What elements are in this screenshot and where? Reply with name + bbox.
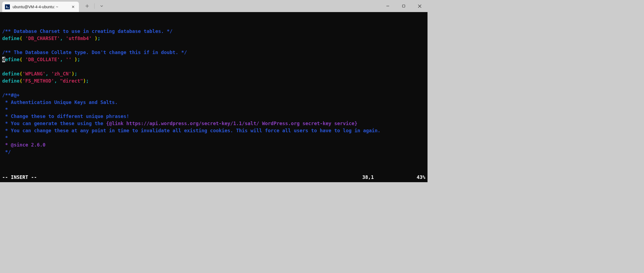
editor-content: /** Database Charset to use in creating … xyxy=(2,21,425,156)
doc-link: {@link https://api.wordpress.org/secret-… xyxy=(106,121,357,126)
vim-scroll-percent: 43% xyxy=(409,174,425,181)
docblock-line: * xyxy=(2,107,8,112)
cursor: d xyxy=(2,57,5,62)
terminal-viewport[interactable]: /** Database Charset to use in creating … xyxy=(0,12,428,182)
doc-tag: * @since 2.6.0 xyxy=(2,142,45,148)
code-string: 'DB_CHARSET' xyxy=(25,36,60,41)
code-string: "direct" xyxy=(60,78,83,84)
tab-title: ubuntu@VM-4-4-ubuntu: ~ xyxy=(13,5,68,9)
docblock-close: */ xyxy=(2,149,11,155)
code-keyword: efine xyxy=(5,57,20,62)
code-string: 'FS_METHOD' xyxy=(22,78,54,84)
tab-dropdown-button[interactable] xyxy=(97,2,106,10)
powershell-icon xyxy=(5,4,10,9)
docblock-line: * You can change these at any point in t… xyxy=(2,128,380,133)
close-button[interactable] xyxy=(412,0,428,12)
active-tab[interactable]: ubuntu@VM-4-4-ubuntu: ~ ✕ xyxy=(2,2,79,12)
vim-cursor-position: 38,1 xyxy=(362,174,409,181)
code-string: 'DB_COLLATE' xyxy=(25,57,60,62)
code-string: 'WPLANG' xyxy=(22,71,45,77)
new-tab-button[interactable] xyxy=(83,2,92,10)
titlebar-left: ubuntu@VM-4-4-ubuntu: ~ ✕ xyxy=(0,0,106,12)
docblock-open: /**#@+ xyxy=(2,92,19,98)
vim-statusline: -- INSERT -- 38,1 43% xyxy=(2,174,425,181)
docblock-line: * Change these to different unique phras… xyxy=(2,114,129,119)
tab-actions xyxy=(83,2,106,10)
code-comment: /** Database Charset to use in creating … xyxy=(2,29,173,34)
vim-mode: -- INSERT -- xyxy=(2,174,362,181)
code-comment: /** The Database Collate type. Don't cha… xyxy=(2,50,187,55)
titlebar: ubuntu@VM-4-4-ubuntu: ~ ✕ xyxy=(0,0,428,12)
tab-close-button[interactable]: ✕ xyxy=(71,5,76,9)
code-keyword: define xyxy=(2,71,19,77)
window-controls xyxy=(380,0,428,12)
terminal-window: ubuntu@VM-4-4-ubuntu: ~ ✕ xyxy=(0,0,428,182)
code-string: 'zh_CN' xyxy=(51,71,72,77)
code-paren: ( xyxy=(19,36,22,41)
code-keyword: define xyxy=(2,78,19,84)
maximize-button[interactable] xyxy=(396,0,412,12)
minimize-button[interactable] xyxy=(380,0,396,12)
code-keyword: define xyxy=(2,36,19,41)
code-string: 'utf8mb4' xyxy=(66,36,92,41)
tab-divider xyxy=(94,3,95,9)
docblock-line: * xyxy=(2,135,8,140)
docblock-line: * You can generate these using the xyxy=(2,121,106,126)
docblock-line: * Authentication Unique Keys and Salts. xyxy=(2,100,118,105)
code-string: '' xyxy=(66,57,72,62)
svg-rect-5 xyxy=(403,5,405,7)
